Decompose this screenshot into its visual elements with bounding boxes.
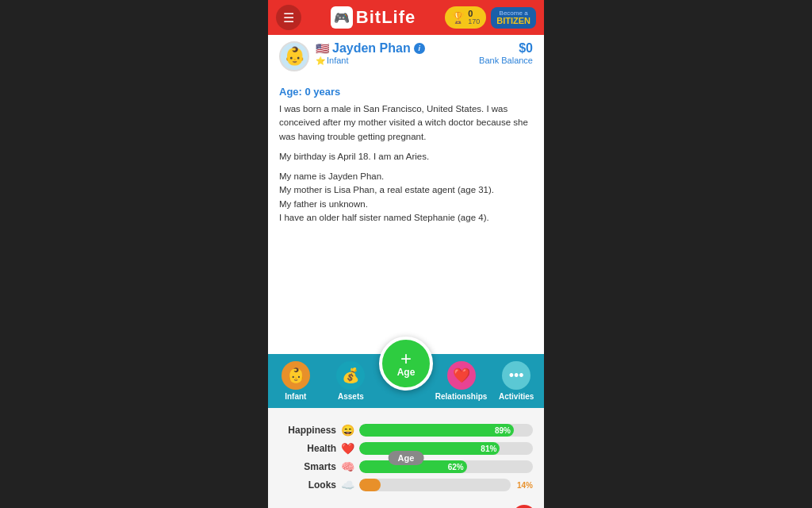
looks-bar-bg [359, 479, 511, 491]
character-bar: 👶 🇺🇸 Jayden Phan i ⭐ Infant $0 Bank Bala… [268, 35, 544, 78]
happiness-label: Happiness [279, 425, 336, 436]
character-name: Jayden Phan [332, 41, 411, 56]
character-left: 👶 🇺🇸 Jayden Phan i ⭐ Infant [279, 41, 425, 71]
character-balance: $0 Bank Balance [479, 41, 533, 65]
nav-assets[interactable]: 💰 Assets [324, 361, 379, 401]
health-label: Health [279, 443, 336, 454]
age-button[interactable]: + Age [379, 337, 433, 391]
trophy-button[interactable]: 🏆 0 170 [445, 6, 486, 29]
happiness-bar-bg: 89% [359, 424, 533, 437]
smarts-emoji: 🧠 [341, 460, 354, 473]
nav-relationships[interactable]: ❤️ Relationships [434, 361, 489, 401]
relationships-icon: ❤️ [447, 361, 476, 390]
nav-infant[interactable]: 👶 Infant [268, 361, 324, 401]
activities-icon: ••• [502, 361, 530, 390]
balance-label: Bank Balance [479, 56, 533, 65]
happiness-row: Happiness 😄 89% [279, 424, 533, 437]
bio-text: I was born a male in San Francisco, Unit… [279, 102, 533, 225]
smarts-bar-bg: 62% [359, 460, 533, 473]
star-icon: ⭐ [316, 56, 325, 65]
infant-label: Infant [285, 392, 306, 401]
happiness-percent: 89% [495, 426, 511, 435]
age-title: Age: 0 years [279, 86, 533, 98]
looks-emoji: ☁️ [341, 479, 354, 491]
bio-paragraph-2: My birthday is April 18. I am an Aries. [279, 150, 533, 164]
balance-amount: $0 [479, 41, 533, 56]
age-btn-label: Age [397, 367, 416, 378]
looks-percent: 14% [517, 481, 533, 490]
logo-text: BitLife [356, 7, 416, 28]
menu-button[interactable]: ☰ [276, 5, 301, 30]
happiness-emoji: 😄 [341, 424, 354, 437]
app-header: ☰ 🎮 BitLife 🏆 0 170 Become a BITIZEN [268, 0, 544, 35]
looks-label: Looks [279, 479, 336, 491]
flag-icon: 🇺🇸 [316, 42, 329, 55]
bitizen-button[interactable]: Become a BITIZEN [491, 7, 536, 29]
info-icon[interactable]: i [414, 43, 425, 54]
looks-row: Looks ☁️ 14% [279, 479, 533, 491]
character-name-row: 🇺🇸 Jayden Phan i [316, 41, 425, 56]
bottom-nav: 👶 Infant 💰 Assets + Age ❤️ Relationships… [268, 354, 544, 408]
bitizen-label: BITIZEN [496, 17, 530, 25]
trophy-subcount: 170 [468, 18, 480, 25]
app-logo: 🎮 BitLife [331, 6, 416, 29]
health-bar-fill: 81% [359, 442, 500, 455]
bio-paragraph-1: I was born a male in San Francisco, Unit… [279, 102, 533, 144]
assets-icon: 💰 [336, 361, 365, 390]
menu-icon: ☰ [283, 10, 294, 25]
avatar: 👶 [279, 41, 309, 71]
happiness-bar-fill: 89% [359, 424, 514, 437]
activities-label: Activities [499, 392, 534, 401]
assets-label: Assets [338, 392, 364, 401]
health-emoji: ❤️ [341, 442, 354, 455]
nav-activities[interactable]: ••• Activities [488, 361, 544, 401]
looks-bar-fill [359, 479, 381, 491]
character-class: Infant [327, 56, 349, 65]
trophy-icon: 🏆 [451, 11, 465, 24]
age-plus-icon: + [400, 349, 412, 368]
character-info: 🇺🇸 Jayden Phan i ⭐ Infant [316, 41, 425, 65]
smarts-percent: 62% [448, 463, 464, 471]
main-content: Age: 0 years I was born a male in San Fr… [268, 78, 544, 354]
bio-paragraph-3: My name is Jayden Phan.My mother is Lisa… [279, 170, 533, 225]
logo-icon: 🎮 [331, 6, 353, 29]
age-tooltip: Age [389, 451, 424, 465]
smarts-label: Smarts [279, 461, 336, 472]
header-right: 🏆 0 170 Become a BITIZEN [445, 6, 536, 29]
health-bar-bg: 81% [359, 442, 533, 455]
health-percent: 81% [481, 444, 496, 453]
relationships-label: Relationships [435, 392, 488, 401]
trophy-counts: 0 170 [468, 10, 480, 25]
infant-icon: 👶 [282, 361, 310, 390]
